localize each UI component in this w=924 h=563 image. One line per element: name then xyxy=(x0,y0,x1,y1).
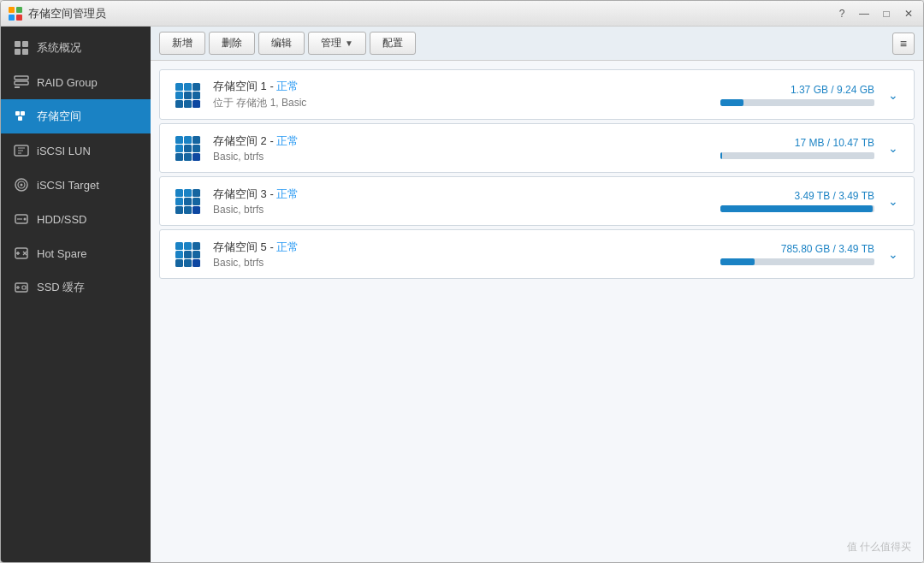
svg-rect-49 xyxy=(184,153,192,161)
storage-info: 存储空间 5 - 正常 Basic, btrfs xyxy=(213,240,710,269)
expand-button[interactable]: ⌄ xyxy=(885,244,902,264)
storage-item-space5[interactable]: 存储空间 5 - 正常 Basic, btrfs 785.80 GB / 3.4… xyxy=(159,229,915,279)
usage-bar-background xyxy=(720,152,874,159)
status-badge: 正常 xyxy=(276,240,299,253)
storage-item-space1[interactable]: 存储空间 1 - 正常 位于 存储池 1, Basic 1.37 GB / 9.… xyxy=(159,69,915,120)
svg-rect-34 xyxy=(184,83,192,91)
sidebar-item-iscsi-target[interactable]: iSCSI Target xyxy=(1,168,151,202)
svg-rect-0 xyxy=(9,7,15,13)
svg-rect-7 xyxy=(22,49,28,55)
svg-rect-39 xyxy=(175,100,183,108)
watermark: 值 什么值得买 xyxy=(847,540,911,554)
content-area: 新增 删除 编辑 管理 ▼ 配置 ≡ xyxy=(151,27,923,562)
usage-bar-fill xyxy=(720,152,722,159)
sidebar-item-ssd-cache[interactable]: SSD 缓存 xyxy=(1,270,151,305)
storage-info: 存储空间 3 - 正常 Basic, btrfs xyxy=(213,187,710,216)
edit-button[interactable]: 编辑 xyxy=(258,32,305,55)
expand-button[interactable]: ⌄ xyxy=(885,85,902,105)
usage-bar-background xyxy=(720,99,874,106)
svg-rect-44 xyxy=(192,136,200,144)
sidebar-item-hdd-ssd[interactable]: HDD/SSD xyxy=(1,202,151,236)
maximize-button[interactable]: □ xyxy=(879,6,894,21)
svg-rect-33 xyxy=(175,83,183,91)
cube-icon xyxy=(172,80,203,110)
svg-point-20 xyxy=(21,184,23,187)
close-button[interactable]: ✕ xyxy=(901,6,916,21)
svg-rect-48 xyxy=(175,153,183,161)
svg-rect-47 xyxy=(192,145,200,152)
view-toggle-button[interactable]: ≡ xyxy=(892,33,915,55)
manage-button[interactable]: 管理 ▼ xyxy=(308,32,366,55)
config-button[interactable]: 配置 xyxy=(370,32,416,55)
svg-rect-59 xyxy=(192,206,200,214)
disk-icon xyxy=(13,210,30,228)
window-controls: ? — □ ✕ xyxy=(834,6,916,21)
storage-right: 785.80 GB / 3.49 TB ⌄ xyxy=(720,243,902,265)
title-bar: 存储空间管理员 ? — □ ✕ xyxy=(1,1,923,27)
sidebar-label-iscsi-lun: iSCSI LUN xyxy=(37,145,91,157)
svg-rect-68 xyxy=(192,259,200,267)
storage-right: 17 MB / 10.47 TB ⌄ xyxy=(720,137,902,159)
svg-rect-51 xyxy=(175,189,183,197)
storage-usage: 1.37 GB / 9.24 GB xyxy=(720,84,874,106)
expand-button[interactable]: ⌄ xyxy=(885,138,902,158)
svg-rect-5 xyxy=(22,41,28,47)
storage-usage: 3.49 TB / 3.49 TB xyxy=(720,190,874,212)
help-button[interactable]: ? xyxy=(834,6,850,21)
storage-subtitle: Basic, btrfs xyxy=(213,257,710,269)
sidebar-item-hot-spare[interactable]: Hot Spare xyxy=(1,236,151,270)
storage-usage: 785.80 GB / 3.49 TB xyxy=(720,243,874,265)
delete-button[interactable]: 删除 xyxy=(209,32,255,55)
svg-rect-4 xyxy=(15,41,21,47)
sidebar-label-hot-spare: Hot Spare xyxy=(37,247,87,260)
storage-icon xyxy=(13,108,30,125)
svg-rect-56 xyxy=(192,198,200,205)
main-window: 存储空间管理员 ? — □ ✕ 系统概况 xyxy=(0,0,924,563)
svg-rect-66 xyxy=(175,259,183,267)
svg-rect-42 xyxy=(175,136,183,144)
svg-rect-57 xyxy=(175,206,183,214)
toolbar: 新增 删除 编辑 管理 ▼ 配置 ≡ xyxy=(151,27,923,61)
svg-rect-45 xyxy=(175,145,183,152)
sidebar-label-iscsi-target: iSCSI Target xyxy=(37,179,99,192)
svg-rect-41 xyxy=(192,100,200,108)
cube-icon xyxy=(172,239,203,270)
lun-icon xyxy=(13,142,30,159)
app-icon xyxy=(8,6,23,21)
minimize-button[interactable]: — xyxy=(856,6,872,21)
expand-button[interactable]: ⌄ xyxy=(885,191,902,211)
svg-rect-2 xyxy=(9,15,15,21)
storage-item-space2[interactable]: 存储空间 2 - 正常 Basic, btrfs 17 MB / 10.47 T… xyxy=(159,123,915,173)
svg-rect-35 xyxy=(192,83,200,91)
svg-rect-10 xyxy=(15,86,20,88)
title-bar-left: 存储空间管理员 xyxy=(8,6,106,21)
svg-rect-50 xyxy=(192,153,200,161)
usage-text: 1.37 GB / 9.24 GB xyxy=(720,84,874,96)
svg-rect-12 xyxy=(21,111,25,116)
new-button[interactable]: 新增 xyxy=(159,32,205,55)
svg-rect-38 xyxy=(192,92,200,99)
storage-item-space3[interactable]: 存储空间 3 - 正常 Basic, btrfs 3.49 TB / 3.49 … xyxy=(159,176,915,226)
sidebar-item-iscsi-lun[interactable]: iSCSI LUN xyxy=(1,133,151,168)
svg-rect-13 xyxy=(18,116,22,121)
sidebar-label-storage-space: 存储空间 xyxy=(37,109,81,124)
cube-icon xyxy=(172,186,203,216)
sidebar-item-system-overview[interactable]: 系统概况 xyxy=(1,31,151,65)
svg-rect-64 xyxy=(184,251,192,258)
usage-bar-fill xyxy=(720,99,743,106)
ssdcache-icon xyxy=(13,279,30,296)
sidebar-item-storage-space[interactable]: 存储空间 xyxy=(1,99,151,133)
status-badge: 正常 xyxy=(276,80,299,92)
storage-title: 存储空间 3 - 正常 xyxy=(213,187,710,202)
sidebar-item-raid-group[interactable]: RAID Group xyxy=(1,65,151,99)
svg-rect-55 xyxy=(184,198,192,205)
usage-bar-background xyxy=(720,205,874,212)
sidebar-label-ssd-cache: SSD 缓存 xyxy=(37,280,85,295)
svg-rect-6 xyxy=(15,49,21,55)
usage-bar-fill xyxy=(720,258,755,265)
svg-rect-40 xyxy=(184,100,192,108)
storage-subtitle: Basic, btrfs xyxy=(213,204,710,216)
sidebar-label-system-overview: 系统概况 xyxy=(37,40,81,56)
storage-title: 存储空间 5 - 正常 xyxy=(213,240,710,255)
grid-icon xyxy=(13,39,30,56)
